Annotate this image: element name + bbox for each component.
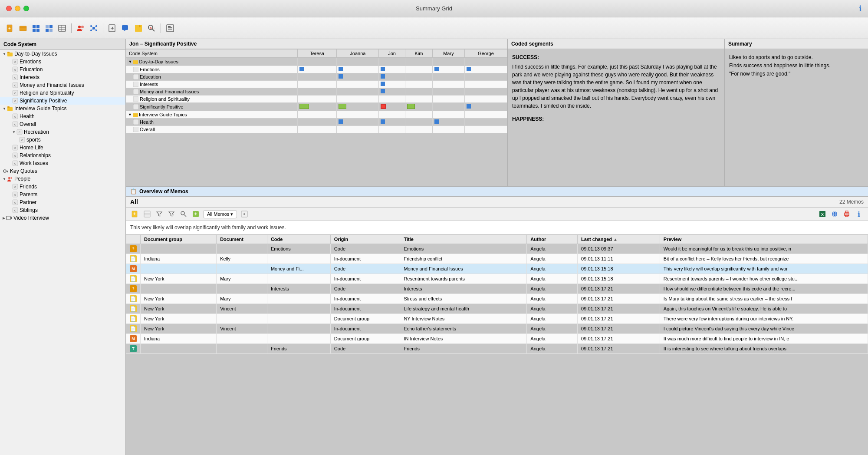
tree-item-relationships[interactable]: c Relationships (0, 152, 125, 159)
sort-arrow-icon: ▲ (613, 237, 618, 242)
col-code[interactable]: Code (267, 235, 330, 244)
row-religion[interactable]: Religion and Spirituality (126, 96, 507, 103)
cell-emotions-joanna (337, 66, 379, 73)
web-icon[interactable] (830, 209, 839, 219)
open-doc-icon[interactable] (17, 23, 29, 34)
filter-icon[interactable] (155, 209, 164, 219)
memos-table-row[interactable]: TFriendsCodeFriendsAngela09.01.13 17:21I… (126, 344, 868, 354)
memos-table-row[interactable]: 📄New YorkMaryIn-documentResentment towar… (126, 274, 868, 284)
tree-item-work-issues[interactable]: c Work Issues (0, 159, 125, 167)
tree-item-people[interactable]: ▼ People (0, 175, 125, 183)
tree-item-home-life[interactable]: c Home Life (0, 144, 125, 152)
export-memos-icon[interactable] (240, 209, 249, 219)
tree-item-recreation[interactable]: ▼ c Recreation (0, 128, 125, 136)
memos-table-row[interactable]: 📄New YorkVincentIn-documentLife strategy… (126, 304, 868, 314)
tree-item-parents[interactable]: c Parents (0, 191, 125, 198)
col-author[interactable]: Author (527, 235, 578, 244)
excel-icon[interactable]: X (818, 209, 827, 219)
tree-label-religion: Religion and Spirituality (20, 90, 74, 96)
tree-item-friends[interactable]: c Friends (0, 183, 125, 191)
tree-item-religion[interactable]: c Religion and Spirituality (0, 89, 125, 97)
memo-cell-lastChanged: 09.01.13 17:21 (578, 334, 660, 344)
col-document-group[interactable]: Document group (141, 235, 217, 244)
tree-item-emotions[interactable]: c Emotions (0, 58, 125, 66)
col-document[interactable]: Document (217, 235, 267, 244)
tree-item-day-to-day[interactable]: ▼ Day-to-Day Issues (0, 50, 125, 58)
row-emotions[interactable]: Emotions (126, 66, 507, 73)
memos-table-row[interactable]: ?InterestsCodeInterestsAngela09.01.13 17… (126, 284, 868, 294)
add-memo-icon[interactable]: + (191, 209, 201, 219)
info-memos-icon[interactable]: ℹ (854, 209, 864, 219)
memos-table-row[interactable]: 📄New YorkDocument groupNY Interview Note… (126, 314, 868, 324)
search-icon[interactable] (179, 209, 188, 219)
tree-item-video-interview[interactable]: ▶ Video Interview (0, 214, 125, 222)
row-overall[interactable]: Overall (126, 126, 507, 133)
col-title[interactable]: Title (400, 235, 527, 244)
tree-item-education[interactable]: c Education (0, 66, 125, 73)
cluster-icon[interactable] (88, 23, 99, 34)
memos-table-row[interactable]: ?EmotionsCodeEmotionsAngela09.01.13 09:3… (126, 244, 868, 254)
comment-icon[interactable] (120, 23, 131, 34)
row-health[interactable]: Health (126, 119, 507, 126)
row-interview-guide[interactable]: ▼ Interview Guide Topics (126, 111, 507, 119)
memo-list-icon[interactable] (142, 209, 152, 219)
col-preview[interactable]: Preview (660, 235, 868, 244)
row-education[interactable]: Education (126, 73, 507, 81)
find-replace-icon[interactable]: a→ (146, 23, 157, 34)
summary-content[interactable]: Likes to do sports and to go outside. Fi… (725, 49, 868, 186)
video-icon (6, 215, 12, 221)
memo-cell-documentGroup (141, 284, 217, 294)
memos-table-row[interactable]: 📄New YorkVincentIn-documentEcho father's… (126, 324, 868, 334)
people-red-icon[interactable] (75, 23, 86, 34)
memos-table-row[interactable]: MIndianaDocument groupIN Interview Notes… (126, 334, 868, 344)
tree-item-partner[interactable]: c Partner (0, 198, 125, 206)
memo-cell-documentGroup: New York (141, 294, 217, 304)
svg-rect-89 (133, 127, 138, 132)
all-memos-dropdown[interactable]: All Memos ▾ (203, 210, 237, 218)
col-origin[interactable]: Origin (330, 235, 400, 244)
tree-label-people: People (14, 176, 30, 182)
tree-item-key-quotes[interactable]: Key Quotes (0, 167, 125, 175)
tree-item-overall[interactable]: c Overall (0, 120, 125, 128)
tree-item-siblings[interactable]: c Siblings (0, 206, 125, 214)
tree-item-interests[interactable]: c Interests (0, 73, 125, 81)
tree-item-sports[interactable]: c sports (0, 136, 125, 144)
memo-badge-cell: 📄 (126, 254, 141, 264)
memos-table-row[interactable]: 📄IndianaKellyIn-documentFriendship confl… (126, 254, 868, 264)
grid-icon[interactable] (30, 23, 42, 34)
memos-table-container[interactable]: Document group Document Code Origin Titl… (126, 234, 868, 455)
code-icon-recreation: c (16, 129, 23, 135)
new-doc-icon[interactable]: + (4, 23, 16, 34)
memos-title-bar: 📋 Overview of Memos (126, 187, 868, 197)
info-icon[interactable]: ℹ (859, 4, 862, 13)
filter-text-icon[interactable]: T (167, 209, 176, 219)
row-money[interactable]: Money and Financial Issues (126, 88, 507, 96)
close-button[interactable] (6, 6, 12, 11)
memos-table-row[interactable]: MMoney and Fi...CodeMoney and Financial … (126, 264, 868, 274)
col-last-changed[interactable]: Last changed ▲ (578, 235, 660, 244)
cell-day-to-day-kim (405, 58, 432, 66)
print-icon[interactable] (842, 209, 852, 219)
tree-item-money[interactable]: c Money and Financial Issues (0, 81, 125, 89)
list-icon[interactable] (56, 23, 68, 34)
row-sig-positive[interactable]: Significantly Positive (126, 103, 507, 111)
grid2-icon[interactable] (43, 23, 55, 34)
minimize-button[interactable] (15, 6, 20, 11)
memo-cell-lastChanged: 09.01.13 15:18 (578, 264, 660, 274)
memo-cell-documentGroup (141, 344, 217, 354)
memo-preview-content: This very likely will overlap significan… (130, 224, 286, 231)
row-interests[interactable]: Interests (126, 81, 507, 88)
export-icon[interactable] (107, 23, 118, 34)
tree-item-significantly-positive[interactable]: c Significantly Positive (0, 97, 125, 105)
row-day-to-day[interactable]: ▼ Day-to-Day Issues (126, 58, 507, 66)
memo-cell-title: Friendship conflict (400, 254, 527, 264)
memo-new-icon[interactable]: + (130, 209, 140, 219)
grid-table-container[interactable]: Code System Teresa Joanna Jon Kim Mary G… (126, 49, 507, 185)
tree-item-health[interactable]: c Health (0, 112, 125, 120)
maximize-button[interactable] (23, 6, 29, 11)
sticky-icon[interactable] (133, 23, 144, 34)
tree-item-interview-guide[interactable]: ▼ Interview Guide Topics (0, 105, 125, 112)
coded-content[interactable]: SUCCESS: I find success in little things… (508, 49, 724, 186)
reports-icon[interactable] (164, 23, 176, 34)
memos-table-row[interactable]: 📄New YorkMaryIn-documentStress and effec… (126, 294, 868, 304)
